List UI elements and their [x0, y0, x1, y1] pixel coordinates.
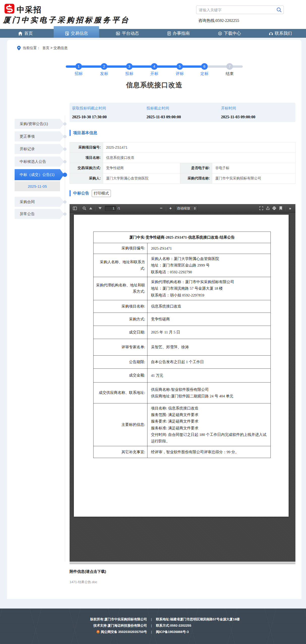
section-award-announcement: 中标公告 打印模式: [70, 190, 111, 197]
doc-row: 成交金额: 41 万元: [94, 368, 271, 382]
zoom-out-icon[interactable]: −: [158, 205, 165, 211]
doc-row: 采购代理机构名称、地址和联系方式: 采购代理机构名称：厦门市中实采购招标有限公司…: [94, 277, 271, 300]
step-label-4: 开标: [144, 71, 164, 77]
time-cell-bidcode-deadline: 获取投标码截止时间 2025-10-30 17:30:00: [72, 106, 146, 122]
guide-icon: [167, 31, 171, 35]
doc-row: 公告期限: 自本公告发布之日起 1 个工作日: [94, 355, 271, 368]
sidebar-toggle-icon[interactable]: [72, 205, 78, 211]
sidebar-item-contract[interactable]: 采购合同: [15, 197, 64, 207]
search-icon[interactable]: [274, 6, 284, 14]
table-row: 项目名称: 信息系统接口改造: [70, 153, 296, 163]
basic-info-table: 采购项目编号: 2025-ZS1471 项目名称: 信息系统接口改造 交易/采购…: [70, 142, 296, 184]
attachment-file-link[interactable]: 1471-结果公告.doc: [70, 580, 97, 584]
sidebar-item-award-notice[interactable]: 中标（成交）公告(1): [15, 169, 64, 180]
select-spinner-icon: [194, 207, 196, 210]
location-pin-icon: [17, 46, 21, 50]
announcement-doc-table: 厦门中实-竞争性磋商-2025-ZS1471-信息系统接口改造-结果公告 采购项…: [93, 232, 271, 458]
page-down-icon[interactable]: [97, 205, 103, 211]
section-award-title: 中标公告: [73, 191, 89, 196]
doc-row: 其它补充事宜: 经评审，智业软件股份有限公司评审总得分：99 分。: [94, 446, 271, 458]
toolbar-more-icon[interactable]: »: [287, 205, 293, 211]
step-circle-1: 1: [75, 63, 82, 70]
step-circle-5: 5: [176, 63, 183, 70]
doc-row: 采购方式: 竞争性磋商: [94, 313, 271, 326]
pdf-viewer: /1 − + 自动缩放 »: [70, 204, 295, 562]
steps-remaining-line: [204, 65, 243, 68]
section-basic-info-title: 项目基本信息: [73, 130, 97, 136]
pdf-page: 厦门中实-竞争性磋商-2025-ZS1471-信息系统接口改造-结果公告 采购项…: [74, 215, 289, 517]
nav-item-platform-news[interactable]: 平台动态: [102, 29, 153, 38]
content-card: 当前位置：首页 > 交易信息 1 2 3 4 5 6 7 招标 发标 投标 开标…: [7, 40, 301, 599]
doc-row: 成交供应商名称、联系地址: 供应商名称:智业软件股份有限公司供应商地址:厦门软件…: [94, 382, 271, 403]
site-logo-icon[interactable]: [5, 4, 14, 14]
presentation-mode-icon[interactable]: [258, 205, 264, 211]
doc-row: 评审专家名单: 吴智艺、郑雪萍、徐涛: [94, 339, 271, 355]
doc-row: 采购项目编号: 2025-ZS1471: [94, 243, 271, 254]
step-label-6: 定标: [194, 71, 215, 77]
page-number-input[interactable]: [105, 206, 116, 211]
sidebar-item-corrections[interactable]: 更正事项: [15, 131, 64, 141]
timeline-dot: [63, 200, 67, 204]
page-title: 信息系统接口改造: [7, 81, 301, 90]
page-up-icon[interactable]: [87, 205, 94, 211]
step-label-2: 发标: [94, 71, 114, 77]
timeline-dot: [63, 160, 67, 163]
timeline-dot: [63, 122, 67, 126]
print-icon[interactable]: [271, 205, 278, 211]
bookmark-icon[interactable]: [278, 205, 284, 211]
doc-row: 主要标的信息: 项目名称: 信息系统接口改造服务范围: 满足磋商文件要求 服务要…: [94, 403, 271, 446]
pdf-toolbar: /1 − + 自动缩放 »: [70, 204, 295, 213]
sidebar-item-candidate-notice[interactable]: 中标候选人公告: [15, 157, 64, 167]
section-basic-info: 项目基本信息: [70, 130, 97, 136]
print-mode-button[interactable]: 打印模式: [92, 190, 111, 197]
sidebar-timeline-line: [65, 115, 65, 562]
zoom-in-icon[interactable]: +: [167, 205, 174, 211]
table-row: 采购人: 厦门大学附属心血管病医院 采购代理名称: 厦门市中实采购招标有限公司: [70, 173, 296, 184]
page-total: /1: [117, 206, 120, 210]
table-row: 交易/采购方式: 竞争性磋商 是否电子标: 非电子标: [70, 163, 296, 173]
footer: 版权所有:厦门市中实采购招标有限公司 | 联系地址:福建省厦门市思明区湖滨南路5…: [0, 609, 306, 644]
footer-row: 闽公网安备 35020302035750号 | 闽ICP备19026866号-3: [40, 629, 266, 635]
nav-item-contact[interactable]: 联系我们: [255, 29, 306, 38]
breadcrumb-path[interactable]: 首页 > 交易信息: [42, 46, 68, 50]
footer-row: 版权所有:厦门市中实采购招标有限公司 | 联系地址:福建省厦门市思明区湖滨南路5…: [40, 616, 266, 622]
public-security-record-link[interactable]: 闽公网安备 35020302035750号: [101, 630, 147, 634]
sidebar-subitem-date[interactable]: 2025-11-05: [15, 181, 60, 191]
step-circle-6: 6: [201, 63, 208, 70]
open-file-icon[interactable]: [264, 205, 271, 211]
nav-item-guide[interactable]: 办事指南: [153, 29, 204, 38]
viewer-scroll-track[interactable]: [70, 562, 295, 564]
nav-item-download[interactable]: 下载中心: [204, 29, 255, 38]
step-circle-7: 7: [226, 63, 233, 70]
site-logo-text[interactable]: 中采招: [17, 5, 42, 15]
sidebar-item-procure-notice[interactable]: 采购/资审公告(1): [15, 119, 64, 129]
main-nav: 首页 交易信息 平台动态 办事指南 下载中心 联系我们: [0, 29, 306, 38]
header: 中采招 厦门中实电子采购招标服务平台 咨询热线:0592-2202255: [0, 0, 306, 29]
breadcrumb: 当前位置：首页 > 交易信息: [17, 46, 68, 50]
steps-progress-line: [66, 65, 204, 68]
sidebar-item-open-records[interactable]: 开标记录: [15, 144, 64, 154]
breadcrumb-label: 当前位置：: [23, 46, 40, 50]
search-box: [196, 6, 284, 14]
headset-icon: [269, 31, 273, 35]
timeline-dot: [63, 212, 67, 216]
nav-item-trade-info[interactable]: 交易信息: [51, 29, 102, 38]
step-circle-4: 4: [151, 63, 158, 70]
pdf-search-icon[interactable]: [81, 205, 87, 211]
timeline-dot-active: [63, 173, 67, 177]
zoom-mode-select[interactable]: 自动缩放: [175, 206, 198, 211]
hotline: 咨询热线:0592-2202255: [198, 18, 239, 23]
step-circle-2: 2: [101, 63, 107, 70]
time-cell-bid-deadline: 投标截止时间 2025-11-03 09:00:00: [146, 106, 221, 122]
nav-item-home[interactable]: 首页: [0, 29, 51, 38]
police-badge-icon: [96, 630, 100, 633]
download-icon: [218, 31, 222, 35]
search-input[interactable]: [196, 8, 274, 12]
attachments-title: 附件信息(请点击下载): [70, 569, 106, 574]
icp-record-link[interactable]: 闽ICP备19026866号-3: [156, 630, 189, 634]
step-label-5: 评标: [170, 71, 190, 77]
sidebar-item-abnormal-notice[interactable]: 异常公告: [15, 209, 64, 219]
step-circle-3: 3: [126, 63, 133, 70]
doc-row: 采购人名称、地址和联系方式: 采购人名称：厦门大学附属心血管病医院地址：厦门市湖…: [94, 254, 271, 277]
step-label-3: 投标: [119, 71, 139, 77]
